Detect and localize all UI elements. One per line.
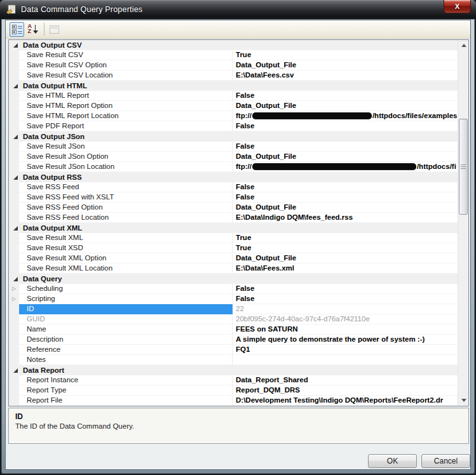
property-row[interactable]: Notes [9,355,458,365]
property-value[interactable]: True [233,50,457,60]
property-row[interactable]: Save Result CSVTrue [9,50,458,60]
property-value[interactable]: Data_Output_File [233,203,457,213]
property-value[interactable]: ftp:///httpdocs/files/examples [233,111,457,121]
property-row[interactable]: Save Result XML LocationE:\Data\Fees.xml [9,264,458,274]
ok-button[interactable]: OK [368,454,417,468]
property-value[interactable]: Report_DQM_DRS [233,385,457,396]
property-value[interactable]: False [233,192,457,203]
property-row[interactable]: Save HTML Report Locationftp:///httpdocs… [9,111,458,121]
property-value[interactable]: False [233,142,457,152]
collapse-icon[interactable] [13,135,18,139]
property-value[interactable]: A simple query to demonstrate the power … [233,335,457,345]
row-indent-strip [9,182,19,192]
property-row[interactable]: Report InstanceData_Report_Shared [9,375,458,385]
row-indent-strip [9,121,19,131]
collapse-icon[interactable] [13,226,18,231]
property-value[interactable]: False [233,284,457,294]
category-row[interactable]: Data Output RSS [9,172,458,182]
property-row[interactable]: Save PDF ReportFalse [9,121,458,131]
property-label: Save RSS Feed Option [19,203,233,213]
collapse-icon[interactable] [13,84,18,88]
row-indent-strip [9,91,19,101]
property-value[interactable]: False [233,121,457,131]
property-row[interactable]: Save Result CSV OptionData_Output_File [9,60,458,70]
scrollbar-thumb[interactable] [459,119,468,215]
categorized-view-button[interactable]: + + [10,22,24,37]
property-value[interactable] [233,355,457,365]
property-label: Save Result JSon [19,142,233,152]
property-row[interactable]: GUID20bf095c-274d-40ac-97c4-d76a7f42110e [9,314,458,324]
property-value[interactable]: D:\Development Testing\Indigo DQM\Report… [233,396,457,406]
property-row[interactable]: Save RSS FeedFalse [9,182,458,192]
category-row[interactable]: Data Query [9,274,458,284]
property-label: Save PDF Report [19,121,233,131]
property-row[interactable]: Save RSS Feed OptionData_Output_File [9,203,458,213]
property-value[interactable]: True [233,233,457,243]
property-label: Save Result JSon Location [19,162,233,172]
property-value[interactable]: ftp:///httpdocs/fi [233,162,457,172]
collapse-icon[interactable] [13,175,18,180]
property-row[interactable]: NameFEES on SATURN [9,324,458,335]
collapse-icon[interactable] [13,277,18,281]
alphabetical-sort-button[interactable]: A Z [25,22,40,37]
row-indent-strip [9,243,19,253]
cancel-button[interactable]: Cancel [421,454,470,468]
property-value[interactable]: Data_Output_File [233,101,457,111]
property-row[interactable]: Save HTML Report OptionData_Output_File [9,101,458,111]
categorized-icon: + + [12,25,22,34]
property-label: Save Result XML Option [19,253,233,264]
property-label: Save Result XSD [19,243,233,253]
category-row[interactable]: Data Output JSon [9,131,458,142]
property-value[interactable]: E:\Data\Indigo DQM\fees_feed.rss [233,213,457,223]
property-value[interactable]: Data_Output_File [233,152,457,162]
row-indent-strip [9,233,19,243]
title-bar[interactable]: Data Command Query Properties X [0,0,476,19]
property-label: Report Type [19,385,233,396]
description-pane: ID The ID of the Data Command Query. [8,408,469,444]
property-value[interactable]: FEES on SATURN [233,324,457,335]
property-row[interactable]: Save Result JSonFalse [9,142,458,152]
collapse-icon[interactable] [13,43,18,48]
property-row[interactable]: Save RSS Feed with XSLTFalse [9,192,458,203]
property-value[interactable]: False [233,91,457,101]
property-row[interactable]: Save Result XSDTrue [9,243,458,253]
property-row[interactable]: ▷SchedulingFalse [9,284,458,294]
category-row[interactable]: Data Output HTML [9,81,458,91]
property-row[interactable]: Save Result CSV LocationE:\Data\Fees.csv [9,70,458,81]
property-row[interactable]: Save Result JSon OptionData_Output_File [9,152,458,162]
category-row[interactable]: Data Report [9,365,458,375]
property-row[interactable]: ▷ScriptingFalse [9,294,458,304]
property-row[interactable]: Save Result XMLTrue [9,233,458,243]
category-label: Data Output JSon [23,132,85,142]
expand-icon[interactable]: ▷ [12,297,16,302]
property-row[interactable]: Report FileD:\Development Testing\Indigo… [9,396,458,406]
close-button[interactable]: X [444,0,471,13]
property-row[interactable]: Save Result XML OptionData_Output_File [9,253,458,264]
category-row[interactable]: Data Output CSV [9,40,458,50]
property-value[interactable]: Data_Output_File [233,60,457,70]
property-row[interactable]: DescriptionA simple query to demonstrate… [9,335,458,345]
scroll-down-arrow[interactable] [458,395,469,406]
property-value[interactable]: FQ1 [233,345,457,355]
property-row[interactable]: Save RSS Feed LocationE:\Data\Indigo DQM… [9,213,458,223]
selected-property-name: ID [15,412,462,421]
scroll-up-arrow[interactable] [458,40,469,51]
expand-icon[interactable]: ▷ [12,286,16,291]
property-value[interactable]: 20bf095c-274d-40ac-97c4-d76a7f42110e [233,314,457,324]
property-value[interactable]: E:\Data\Fees.xml [233,264,457,274]
category-row[interactable]: Data Output XML [9,223,458,233]
property-value[interactable]: 22 [233,304,457,314]
property-value[interactable]: False [233,182,457,192]
property-row[interactable]: Report TypeReport_DQM_DRS [9,385,458,396]
property-value[interactable]: False [233,294,457,304]
property-row[interactable]: ReferenceFQ1 [9,345,458,355]
property-row[interactable]: Save Result JSon Locationftp:///httpdocs… [9,162,458,172]
property-value[interactable]: True [233,243,457,253]
property-row[interactable]: Save HTML ReportFalse [9,91,458,101]
property-value[interactable]: Data_Report_Shared [233,375,457,385]
property-row[interactable]: ID22 [9,304,458,314]
property-value[interactable]: E:\Data\Fees.csv [233,70,457,81]
collapse-icon[interactable] [13,368,18,373]
property-value[interactable]: Data_Output_File [233,253,457,264]
vertical-scrollbar[interactable] [458,40,468,406]
